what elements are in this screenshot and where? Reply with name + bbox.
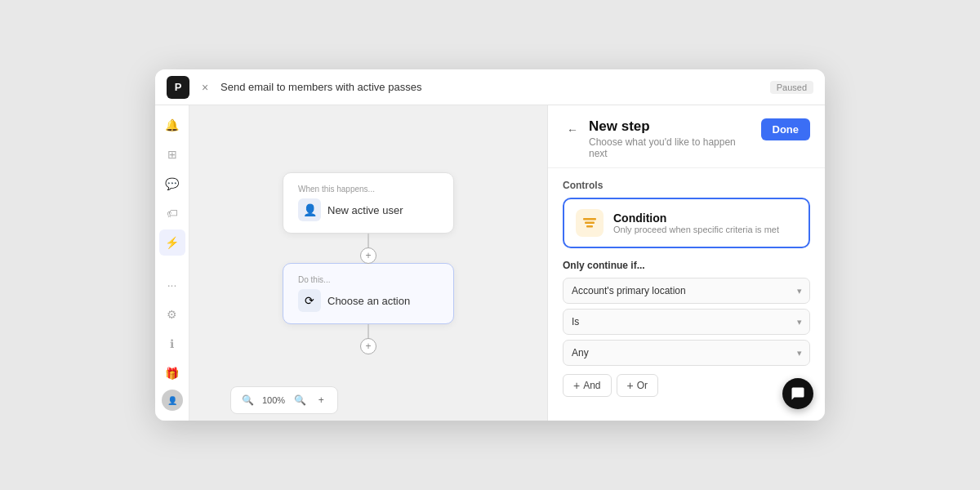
sidebar: 🔔 ⊞ 💬 🏷 ⚡ ··· ⚙ ℹ 🎁 👤	[155, 105, 189, 421]
condition-icon	[576, 209, 604, 237]
location-filter-select[interactable]: Account's primary location Account name …	[563, 278, 810, 304]
only-continue-label: Only continue if...	[563, 260, 810, 271]
app-logo: P	[167, 76, 189, 99]
and-plus-icon: +	[573, 379, 580, 392]
chat-fab-button[interactable]	[782, 378, 813, 409]
action-icon: ⟳	[298, 289, 321, 312]
svg-rect-1	[585, 222, 595, 225]
action-text: Choose an action	[327, 295, 410, 307]
condition-desc: Only proceed when specific criteria is m…	[613, 225, 779, 234]
trigger-node[interactable]: When this happens... 👤 New active user	[283, 172, 454, 234]
operator-filter-select[interactable]: Is Is not Contains	[563, 309, 810, 335]
svg-rect-2	[586, 225, 593, 228]
add-canvas-button[interactable]: +	[311, 390, 331, 410]
value-filter-select[interactable]: Any None Custom	[563, 340, 810, 366]
add-step-top[interactable]: +	[360, 247, 376, 264]
sidebar-icon-tag[interactable]: 🏷	[159, 200, 185, 226]
action-node[interactable]: Do this... ⟳ Choose an action	[283, 263, 454, 324]
canvas-area: When this happens... 👤 New active user +…	[189, 105, 547, 421]
canvas-toolbar: 🔍 100% 🔍 +	[230, 386, 338, 414]
trigger-label: When this happens...	[298, 185, 439, 194]
add-step-bottom[interactable]: +	[360, 338, 376, 354]
zoom-in-button[interactable]: 🔍	[290, 390, 310, 410]
svg-rect-0	[583, 218, 596, 220]
sidebar-icon-gift[interactable]: 🎁	[159, 360, 185, 386]
condition-card[interactable]: Condition Only proceed when specific cri…	[563, 198, 810, 248]
connector-bottom: +	[368, 324, 369, 354]
filter-buttons: + And + Or	[563, 374, 810, 397]
status-badge: Paused	[770, 81, 813, 94]
zoom-out-button[interactable]: 🔍	[238, 390, 257, 410]
action-label: Do this...	[298, 275, 439, 284]
condition-title: Condition	[613, 212, 779, 225]
trigger-icon: 👤	[298, 198, 321, 221]
controls-label: Controls	[563, 180, 810, 191]
sidebar-icon-zap[interactable]: ⚡	[159, 229, 185, 256]
trigger-text: New active user	[327, 204, 403, 216]
or-plus-icon: +	[627, 379, 634, 392]
sidebar-icon-info[interactable]: ℹ	[159, 331, 185, 357]
avatar[interactable]: 👤	[162, 390, 183, 411]
zoom-level: 100%	[259, 395, 288, 405]
panel-body: Controls Condition Only proceed when spe…	[548, 168, 825, 421]
panel-header: ← New step Choose what you'd like to hap…	[548, 105, 825, 168]
close-button[interactable]: ×	[198, 80, 212, 95]
main-content: 🔔 ⊞ 💬 🏷 ⚡ ··· ⚙ ℹ 🎁 👤 When this happens.…	[155, 105, 825, 421]
sidebar-icon-settings[interactable]: ⚙	[159, 301, 185, 327]
sidebar-icon-bell[interactable]: 🔔	[159, 112, 185, 138]
sidebar-icon-dots[interactable]: ···	[159, 272, 185, 298]
panel-subtitle: Choose what you'd like to happen next	[589, 136, 755, 159]
or-button[interactable]: + Or	[617, 374, 659, 397]
right-panel: ← New step Choose what you'd like to hap…	[547, 105, 825, 421]
done-button[interactable]: Done	[761, 118, 811, 140]
operator-filter-wrap: Is Is not Contains	[563, 309, 810, 335]
value-filter-wrap: Any None Custom	[563, 340, 810, 366]
panel-title-area: New step Choose what you'd like to happe…	[589, 118, 755, 159]
back-button[interactable]: ←	[563, 120, 582, 140]
and-button[interactable]: + And	[563, 374, 612, 397]
sidebar-icon-grid[interactable]: ⊞	[159, 141, 185, 167]
and-label: And	[583, 380, 600, 391]
top-bar: P × Send email to members with active pa…	[155, 69, 825, 105]
workflow-title: Send email to members with active passes	[220, 81, 762, 93]
location-filter-wrap: Account's primary location Account name …	[563, 278, 810, 304]
connector-top: +	[368, 234, 369, 263]
sidebar-icon-chat[interactable]: 💬	[159, 171, 185, 197]
or-label: Or	[637, 380, 648, 391]
panel-title: New step	[589, 118, 755, 135]
